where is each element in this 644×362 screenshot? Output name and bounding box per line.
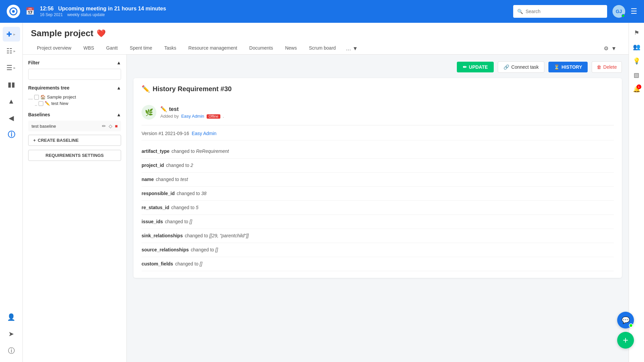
sidebar-item-chart-bar[interactable]: ▮▮ — [3, 77, 20, 92]
change-row: custom_fieldschanged to [] — [142, 257, 614, 271]
right-icon-notification[interactable]: 🔔 1 — [631, 83, 643, 95]
change-value: 38 — [201, 191, 207, 196]
bulb-icon: 💡 — [633, 57, 640, 65]
add-fab[interactable]: + — [617, 332, 634, 349]
author-link[interactable]: Easy Admin — [181, 114, 204, 119]
change-desc: changed to [] — [175, 260, 202, 267]
sidebar-item-add-user[interactable]: 👤 — [3, 310, 20, 324]
hamburger-menu[interactable]: ☰ — [631, 7, 637, 16]
sidebar-item-sign-out[interactable]: ➤ — [3, 326, 20, 341]
plus-icon: + — [33, 138, 36, 143]
sidebar-item-chart-line[interactable]: ▲ — [3, 94, 20, 109]
notification-badge: 1 — [637, 84, 641, 89]
author-name: test — [169, 106, 178, 112]
avatar[interactable]: GJ — [612, 5, 625, 18]
baseline-item: test baseline ✏ ◇ ■ — [28, 121, 121, 131]
search-icon: 🔍 — [517, 9, 523, 14]
nav-item-resource[interactable]: Resource management — [182, 43, 244, 54]
nav-item-scrum[interactable]: Scrum board — [303, 43, 342, 54]
change-value: [[29, "parentchild"]] — [209, 233, 249, 238]
list-icon: ☷ — [6, 47, 12, 55]
history-title: ✏️ History Requirement #30 — [142, 85, 614, 93]
tasks-icon: ☰ — [6, 64, 12, 72]
main-content: Sample project ❤️ Project overview WBS G… — [23, 23, 629, 362]
add-icon: + — [623, 335, 628, 346]
baseline-edit-icon[interactable]: ✏ — [102, 123, 106, 129]
link-icon: 🔗 — [503, 64, 509, 70]
right-icon-users[interactable]: 👥 — [631, 41, 643, 53]
sidebar-item-grid[interactable]: ✚ ► — [3, 27, 20, 42]
collapse-icon: ◀ — [9, 114, 14, 122]
sidebar-item-list[interactable]: ☷ ► — [3, 44, 20, 58]
topbar-info: 12:56 Upcoming meeting in 21 hours 14 mi… — [40, 6, 166, 17]
search-bar[interactable]: 🔍 — [513, 5, 607, 18]
tree-item-sample[interactable]: ⎯⎯ 🏠 Sample project — [28, 94, 121, 100]
change-value: [] — [190, 219, 192, 224]
nav-item-spent[interactable]: Spent time — [124, 43, 158, 54]
chevron-down-icon2: ▼ — [611, 46, 616, 52]
tree-collapse-icon: ⎯⎯ — [28, 95, 33, 99]
change-desc: changed to [] — [191, 246, 218, 253]
app-logo[interactable] — [7, 5, 20, 18]
nav-more[interactable]: … ▼ — [342, 43, 362, 54]
chat-online-dot — [629, 323, 633, 327]
tree-checkbox-sample[interactable] — [34, 95, 39, 100]
author-info: ✏️ test Added by Easy Admin Offline . — [160, 106, 224, 119]
change-key: artifact_type — [142, 148, 169, 155]
delete-button[interactable]: 🗑 Delete — [592, 61, 622, 73]
history-button[interactable]: ⏳ HISTORY — [548, 62, 587, 72]
nav-item-news[interactable]: News — [279, 43, 303, 54]
nav-item-tasks[interactable]: Tasks — [158, 43, 182, 54]
gear-icon: ⚙ — [604, 45, 608, 52]
tree-chevron-icon: ▲ — [116, 85, 121, 90]
history-icon: ⏳ — [554, 64, 559, 70]
chat-icon: 💬 — [622, 316, 630, 324]
version-author-link[interactable]: Easy Admin — [192, 131, 216, 136]
chat-fab[interactable]: 💬 — [617, 312, 634, 328]
chevron-down-icon: ▼ — [353, 46, 358, 52]
tree-indent-icon: ⎯ — [35, 102, 37, 106]
chevron-right-icon2: ► — [13, 49, 16, 53]
flag-icon: ⚑ — [634, 29, 639, 37]
about-icon: ⓘ — [8, 346, 15, 355]
right-icon-flag[interactable]: ⚑ — [631, 27, 643, 39]
chevron-right-icon3: ► — [13, 66, 16, 70]
nav-item-documents[interactable]: Documents — [243, 43, 279, 54]
change-value: [] — [200, 261, 202, 266]
change-key: name — [142, 176, 154, 183]
filter-input[interactable] — [28, 69, 121, 80]
nav-settings[interactable]: ⚙ ▼ — [600, 43, 621, 54]
change-row: source_relationshipschanged to [] — [142, 243, 614, 257]
main-panel: ✏ UPDATE 🔗 Connect task ⏳ HISTORY 🗑 Dele… — [127, 55, 629, 362]
nav-item-wbs[interactable]: WBS — [77, 43, 100, 54]
sidebar-item-about[interactable]: ⓘ — [3, 343, 20, 358]
author-added: Added by Easy Admin Offline . — [160, 114, 224, 119]
change-row: artifact_typechanged to ReRequirement — [142, 144, 614, 159]
search-input[interactable] — [526, 9, 603, 14]
tree-folder-icon: 🏠 — [40, 95, 46, 100]
panel-toolbar: ✏ UPDATE 🔗 Connect task ⏳ HISTORY 🗑 Dele… — [133, 61, 622, 73]
tree-item-test[interactable]: ⎯ ✏️ test New — [35, 100, 121, 107]
sidebar-item-collapse[interactable]: ◀ — [3, 111, 20, 125]
sidebar-item-tasks[interactable]: ☰ ► — [3, 60, 20, 75]
create-baseline-button[interactable]: + CREATE BASELINE — [28, 135, 121, 146]
nav-item-overview[interactable]: Project overview — [31, 43, 77, 54]
nav-item-gantt[interactable]: Gantt — [100, 43, 124, 54]
tree-checkbox-test[interactable] — [39, 101, 43, 106]
requirements-settings-button[interactable]: REQUIREMENTS SETTINGS — [28, 150, 121, 161]
sidebar-item-info[interactable]: ⓘ — [3, 127, 20, 142]
requirements-sidebar: Filter ▲ Requirements tree ▲ ⎯⎯ 🏠 Sample… — [23, 55, 127, 362]
right-icon-bulb[interactable]: 💡 — [631, 55, 643, 67]
right-sidebar: ⚑ 👥 💡 ▧ 🔔 1 — [629, 23, 644, 362]
right-icon-timeline[interactable]: ▧ — [631, 69, 643, 81]
update-button[interactable]: ✏ UPDATE — [457, 62, 494, 72]
offline-badge: Offline — [207, 114, 220, 119]
baseline-minus-icon[interactable]: ■ — [115, 123, 118, 129]
project-name: Sample project — [31, 28, 93, 39]
author-pencil-icon: ✏️ — [160, 106, 167, 112]
current-time: 12:56 Upcoming meeting in 21 hours 14 mi… — [40, 6, 166, 12]
tree-pencil-icon: ✏️ — [45, 101, 50, 106]
connect-task-button[interactable]: 🔗 Connect task — [498, 61, 544, 73]
chart-bar-icon: ▮▮ — [8, 80, 15, 88]
baseline-diamond-icon[interactable]: ◇ — [109, 123, 112, 129]
